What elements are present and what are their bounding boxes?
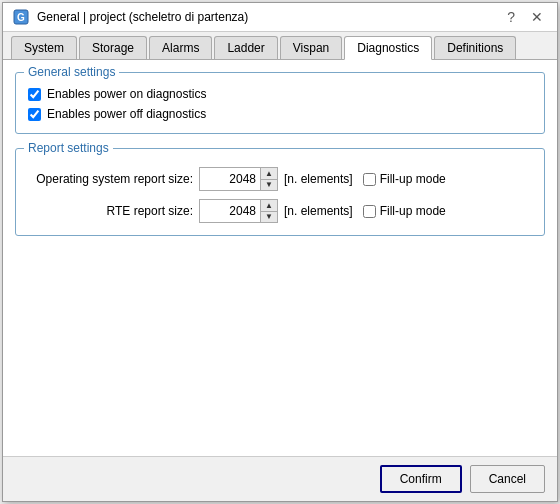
os-report-input[interactable] bbox=[200, 168, 260, 190]
tab-vispan[interactable]: Vispan bbox=[280, 36, 342, 59]
os-report-label: Operating system report size: bbox=[28, 172, 193, 186]
rte-fillup-label[interactable]: Fill-up mode bbox=[380, 204, 446, 218]
footer: Confirm Cancel bbox=[3, 456, 557, 501]
power-off-label[interactable]: Enables power off diagnostics bbox=[47, 107, 206, 121]
rte-report-spinner: ▲ ▼ bbox=[199, 199, 278, 223]
rte-fillup-checkbox[interactable] bbox=[363, 205, 376, 218]
os-report-unit: [n. elements] bbox=[284, 172, 353, 186]
rte-report-down-button[interactable]: ▼ bbox=[261, 211, 277, 222]
tab-system[interactable]: System bbox=[11, 36, 77, 59]
general-settings-label: General settings bbox=[24, 65, 119, 79]
rte-report-unit: [n. elements] bbox=[284, 204, 353, 218]
os-report-down-button[interactable]: ▼ bbox=[261, 179, 277, 190]
confirm-button[interactable]: Confirm bbox=[380, 465, 462, 493]
tab-definitions[interactable]: Definitions bbox=[434, 36, 516, 59]
tab-storage[interactable]: Storage bbox=[79, 36, 147, 59]
rte-report-row: RTE report size: ▲ ▼ [n. elements] Fill-… bbox=[28, 199, 532, 223]
main-window: G General | project (scheletro di parten… bbox=[2, 2, 558, 502]
os-report-up-button[interactable]: ▲ bbox=[261, 168, 277, 179]
power-off-row: Enables power off diagnostics bbox=[28, 107, 532, 121]
power-on-label[interactable]: Enables power on diagnostics bbox=[47, 87, 206, 101]
tab-alarms[interactable]: Alarms bbox=[149, 36, 212, 59]
tab-content: General settings Enables power on diagno… bbox=[3, 60, 557, 456]
rte-report-spin-buttons: ▲ ▼ bbox=[260, 200, 277, 222]
rte-fillup-row: Fill-up mode bbox=[363, 204, 446, 218]
help-button[interactable]: ? bbox=[503, 10, 519, 24]
power-off-checkbox[interactable] bbox=[28, 108, 41, 121]
title-bar-controls: ? ✕ bbox=[503, 10, 547, 24]
rte-report-label: RTE report size: bbox=[28, 204, 193, 218]
power-on-row: Enables power on diagnostics bbox=[28, 87, 532, 101]
tab-ladder[interactable]: Ladder bbox=[214, 36, 277, 59]
report-settings-label: Report settings bbox=[24, 141, 113, 155]
report-settings-group: Report settings Operating system report … bbox=[15, 148, 545, 236]
tab-bar: System Storage Alarms Ladder Vispan Diag… bbox=[3, 32, 557, 60]
os-fillup-label[interactable]: Fill-up mode bbox=[380, 172, 446, 186]
os-fillup-row: Fill-up mode bbox=[363, 172, 446, 186]
os-report-spin-buttons: ▲ ▼ bbox=[260, 168, 277, 190]
window-title: General | project (scheletro di partenza… bbox=[37, 10, 248, 24]
svg-text:G: G bbox=[17, 12, 25, 23]
close-button[interactable]: ✕ bbox=[527, 10, 547, 24]
tab-diagnostics[interactable]: Diagnostics bbox=[344, 36, 432, 60]
general-settings-group: General settings Enables power on diagno… bbox=[15, 72, 545, 134]
power-on-checkbox[interactable] bbox=[28, 88, 41, 101]
cancel-button[interactable]: Cancel bbox=[470, 465, 545, 493]
rte-report-up-button[interactable]: ▲ bbox=[261, 200, 277, 211]
title-bar-left: G General | project (scheletro di parten… bbox=[13, 9, 248, 25]
title-bar: G General | project (scheletro di parten… bbox=[3, 3, 557, 32]
os-fillup-checkbox[interactable] bbox=[363, 173, 376, 186]
os-report-row: Operating system report size: ▲ ▼ [n. el… bbox=[28, 167, 532, 191]
app-icon: G bbox=[13, 9, 29, 25]
os-report-spinner: ▲ ▼ bbox=[199, 167, 278, 191]
rte-report-input[interactable] bbox=[200, 200, 260, 222]
